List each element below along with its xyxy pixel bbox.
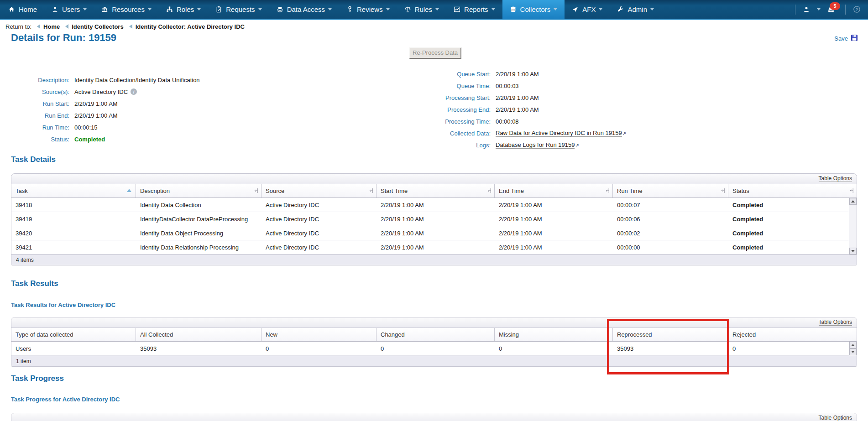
notifications-button[interactable]: 5	[822, 6, 840, 13]
nav-item-data-access[interactable]: Data Access	[269, 0, 339, 19]
column-header-missing[interactable]: Missing	[495, 328, 613, 341]
task-results-title: Task Results	[11, 279, 58, 288]
column-label: Rejected	[732, 331, 756, 338]
table-header-row: Task Description Source Start Time End T…	[11, 184, 857, 198]
column-label: New	[266, 331, 277, 338]
breadcrumb-link-collector-adidc[interactable]: Identity Collector: Active Directory IDC	[136, 23, 245, 30]
column-header-rejected[interactable]: Rejected	[728, 328, 857, 341]
scroll-down-button[interactable]	[849, 248, 857, 255]
save-button[interactable]: Save	[834, 34, 858, 43]
nav-item-requests[interactable]: Requests	[208, 0, 269, 19]
vertical-scrollbar[interactable]	[849, 342, 857, 356]
cell-rejected: 0	[728, 345, 848, 352]
nav-item-resources[interactable]: Resources	[94, 0, 159, 19]
nav-item-roles[interactable]: Roles	[159, 0, 208, 19]
cell-source: Active Directory IDC	[261, 230, 376, 237]
task-id-link[interactable]: 39419	[16, 216, 32, 223]
cell-description: Identity Data Relationship Processing	[136, 244, 261, 251]
table-options-link[interactable]: Table Options	[819, 415, 852, 421]
nav-item-users[interactable]: Users	[44, 0, 94, 19]
cell-description: Identity Data Object Processing	[136, 230, 261, 237]
info-icon[interactable]: i	[131, 88, 137, 95]
detail-row: Source(s): Active Directory IDC i	[0, 86, 200, 98]
task-id-link[interactable]: 39418	[16, 202, 32, 208]
hierarchy-icon	[166, 6, 173, 13]
table-row: 39418 Identity Data Collection Active Di…	[11, 198, 857, 212]
column-header-start-time[interactable]: Start Time	[376, 184, 495, 198]
divider	[795, 5, 795, 15]
column-header-all-collected[interactable]: All Collected	[136, 328, 261, 341]
users-icon	[52, 6, 58, 13]
task-id-link[interactable]: 39421	[16, 244, 32, 251]
column-header-type[interactable]: Type of data collected	[11, 328, 136, 341]
logs-link[interactable]: Database Logs for Run 19159	[496, 141, 575, 149]
scroll-up-button[interactable]	[849, 198, 857, 205]
table-header-row: Type of data collected All Collected New…	[11, 328, 857, 342]
column-filter-icon[interactable]	[721, 188, 726, 195]
bank-icon	[101, 6, 108, 13]
column-header-run-time[interactable]: Run Time	[613, 184, 728, 198]
column-filter-icon[interactable]	[850, 188, 854, 195]
column-filter-icon[interactable]	[487, 188, 492, 195]
task-results-subtitle: Task Results for Active Directory IDC	[11, 301, 115, 308]
notification-badge: 5	[830, 2, 840, 10]
detail-row: Queue Time: 00:00:03	[420, 80, 626, 92]
detail-label: Queue Start:	[420, 71, 496, 78]
nav-item-afx[interactable]: AFX	[565, 0, 610, 19]
scrollbar-track[interactable]	[849, 205, 857, 248]
back-arrow-icon	[37, 24, 40, 29]
detail-value: 00:00:15	[74, 124, 98, 131]
column-header-status[interactable]: Status	[728, 184, 857, 198]
scroll-up-button[interactable]	[849, 342, 857, 348]
detail-label: Collected Data:	[420, 130, 496, 137]
table-options-bar: Table Options	[11, 317, 857, 328]
column-header-task[interactable]: Task	[11, 184, 136, 198]
detail-row: Description: Identity Data Collection/Id…	[0, 74, 200, 86]
nav-item-reviews[interactable]: Reviews	[339, 0, 397, 19]
column-header-reprocessed[interactable]: Reprocessed	[613, 328, 728, 341]
detail-row: Processing Start: 2/20/19 1:00 AM	[420, 92, 626, 104]
nav-item-collectors[interactable]: Collectors	[502, 0, 565, 19]
help-button[interactable]: ?	[851, 5, 863, 13]
nav-item-label: Users	[62, 5, 80, 13]
task-id-link[interactable]: 39420	[16, 230, 32, 237]
column-header-source[interactable]: Source	[261, 184, 376, 198]
column-filter-icon[interactable]	[254, 188, 259, 195]
users-link[interactable]: Users	[16, 345, 31, 352]
key-icon	[346, 6, 353, 13]
column-header-end-time[interactable]: End Time	[495, 184, 613, 198]
cell-start-time: 2/20/19 1:00 AM	[376, 244, 495, 251]
cell-source: Active Directory IDC	[261, 244, 376, 251]
nav-item-home[interactable]: Home	[1, 0, 44, 19]
column-filter-icon[interactable]	[369, 188, 374, 195]
breadcrumb-link-identity-collectors[interactable]: Identity Collectors	[72, 23, 123, 30]
column-header-changed[interactable]: Changed	[376, 328, 495, 341]
detail-label: Processing Time:	[420, 118, 496, 125]
vertical-scrollbar[interactable]	[849, 198, 857, 255]
column-header-description[interactable]: Description	[136, 184, 261, 198]
column-header-new[interactable]: New	[261, 328, 376, 341]
scroll-down-button[interactable]	[849, 348, 857, 355]
nav-item-admin[interactable]: Admin	[610, 0, 661, 19]
page: Home Users Resources Roles Requests Data…	[0, 0, 868, 421]
reprocess-data-button[interactable]: Re-Process Data	[409, 47, 461, 59]
table-options-link[interactable]: Table Options	[819, 319, 852, 326]
chevron-down-icon	[817, 8, 821, 10]
column-filter-icon[interactable]	[606, 188, 610, 195]
breadcrumb-link-home[interactable]: Home	[43, 23, 60, 30]
nav-item-reports[interactable]: Reports	[446, 0, 502, 19]
cell-run-time: 00:00:00	[613, 244, 728, 251]
column-label: Missing	[499, 331, 519, 338]
collected-data-link[interactable]: Raw Data for Active Directory IDC in Run…	[496, 130, 622, 137]
column-label: Source	[266, 187, 284, 194]
table-footer: 4 items	[11, 255, 857, 265]
table-options-link[interactable]: Table Options	[819, 175, 852, 182]
chevron-down-icon	[197, 8, 201, 10]
task-details-title: Task Details	[11, 155, 56, 164]
nav-item-rules[interactable]: Rules	[397, 0, 446, 19]
cell-missing: 0	[495, 345, 613, 352]
cell-source: Active Directory IDC	[261, 202, 376, 208]
user-menu-button[interactable]	[801, 6, 822, 13]
nav-item-label: Resources	[112, 5, 145, 13]
detail-label: Status:	[0, 136, 74, 143]
